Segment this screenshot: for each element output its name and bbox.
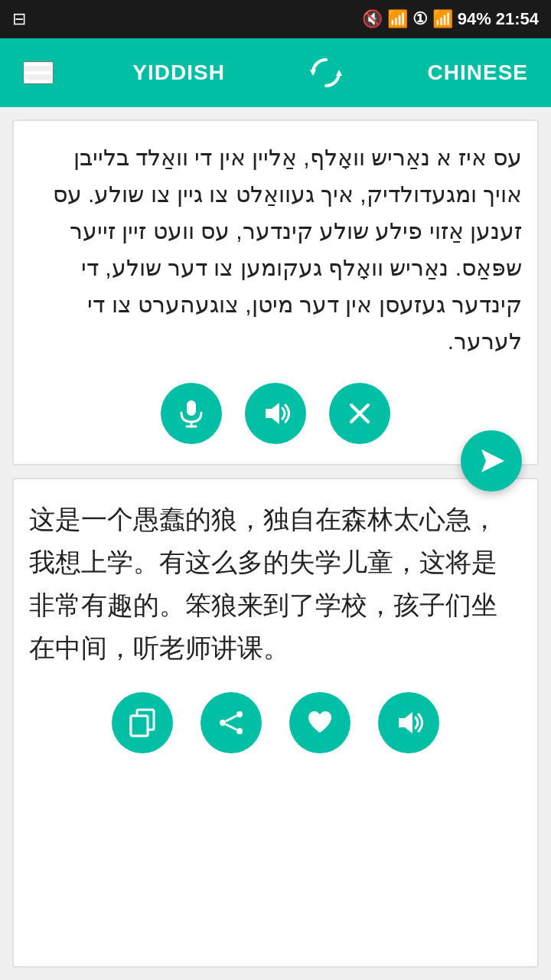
svg-line-16 xyxy=(226,716,236,721)
svg-line-17 xyxy=(226,724,236,730)
status-bar: ⊟ 🔇 📶 ① 📶 94% 21:54 xyxy=(0,0,551,38)
send-translate-button[interactable] xyxy=(461,430,522,492)
svg-marker-0 xyxy=(310,70,316,76)
clear-button[interactable] xyxy=(329,383,390,444)
swap-languages-button[interactable] xyxy=(304,51,348,95)
status-right: 🔇 📶 ① 📶 94% 21:54 xyxy=(362,9,539,29)
favorite-button[interactable] xyxy=(289,692,350,753)
battery-text: 94% xyxy=(458,9,491,29)
target-panel: 这是一个愚蠢的狼，独自在森林太心急，我想上学。有这么多的失学儿童，这将是非常有趣… xyxy=(12,478,539,968)
share-button[interactable] xyxy=(201,692,262,753)
mute-icon: 🔇 xyxy=(362,9,383,29)
header: YIDDISH CHINESE xyxy=(0,38,551,107)
svg-marker-18 xyxy=(399,712,412,733)
svg-rect-2 xyxy=(187,400,196,416)
target-language-label: CHINESE xyxy=(428,60,528,85)
speak-source-button[interactable] xyxy=(245,383,306,444)
menu-button[interactable] xyxy=(23,61,54,84)
sim-icon: ① xyxy=(412,9,428,29)
svg-point-13 xyxy=(236,711,243,717)
source-language-label: YIDDISH xyxy=(132,60,225,85)
svg-marker-8 xyxy=(481,449,504,472)
signal-icon: 📶 xyxy=(432,9,453,29)
status-icons: ⊟ xyxy=(12,9,26,29)
target-text: 这是一个愚蠢的狼，独自在森林太心急，我想上学。有这么多的失学儿童，这将是非常有趣… xyxy=(29,498,522,669)
speak-translation-button[interactable] xyxy=(378,692,439,753)
source-text: עס איז א נאַריש וואָלף, אַליין אין די וו… xyxy=(29,139,522,360)
wifi-icon: 📶 xyxy=(387,9,408,29)
time-display: 21:54 xyxy=(496,9,539,29)
svg-marker-1 xyxy=(336,70,342,76)
svg-marker-5 xyxy=(266,403,279,424)
source-panel: עס איז א נאַריש וואָלף, אַליין אין די וו… xyxy=(12,119,539,466)
copy-button[interactable] xyxy=(112,692,173,753)
photo-icon: ⊟ xyxy=(12,9,26,29)
target-controls xyxy=(29,692,522,761)
svg-point-14 xyxy=(220,720,226,726)
panels-wrapper: עס איז א נאַריש וואָלף, אַליין אין די וו… xyxy=(0,107,551,980)
source-controls xyxy=(29,383,522,452)
microphone-button[interactable] xyxy=(161,383,222,444)
svg-rect-12 xyxy=(131,716,148,736)
svg-point-15 xyxy=(236,728,243,734)
